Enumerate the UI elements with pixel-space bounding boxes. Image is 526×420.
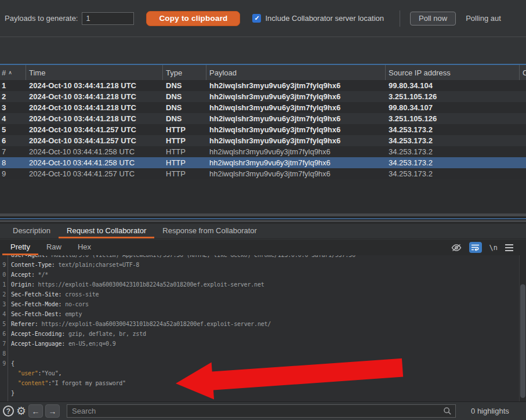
- detail-tabbar: Description Request to Collaborator Resp…: [0, 224, 526, 239]
- panel-splitter[interactable]: [0, 211, 526, 224]
- cell-payload: hh2iwqlshr3myu9vu6y3jtm7fylq9hx6: [206, 158, 386, 167]
- subtab-raw[interactable]: Raw: [38, 240, 70, 255]
- word-wrap-icon[interactable]: [469, 242, 482, 253]
- subtab-pretty[interactable]: Pretty: [2, 240, 38, 255]
- column-number-label: #: [2, 68, 6, 77]
- cell-num: 1: [0, 81, 26, 90]
- column-header-comment[interactable]: C: [520, 65, 526, 80]
- tab-response-from-collaborator[interactable]: Response from Collaborator: [154, 224, 265, 238]
- show-newlines-icon[interactable]: \n: [489, 244, 498, 252]
- line-number: 5: [0, 319, 8, 329]
- cell-time: 2024-Oct-10 03:44:41.218 UTC: [26, 92, 163, 101]
- cell-payload: hh2iwqlshr3myu9vu6y3jtm7fylq9hx6: [206, 147, 386, 156]
- tab-request-to-collaborator[interactable]: Request to Collaborator: [59, 224, 154, 238]
- cell-type: DNS: [163, 103, 206, 112]
- payloads-count-input[interactable]: [82, 12, 134, 25]
- poll-now-button[interactable]: Poll now: [410, 12, 456, 26]
- column-header-payload[interactable]: Payload: [206, 65, 386, 80]
- cell-time: 2024-Oct-10 03:44:41.257 UTC: [26, 169, 163, 178]
- checkbox-checked-icon[interactable]: ✓: [252, 14, 261, 23]
- top-toolbar: Payloads to generate: Copy to clipboard …: [0, 0, 526, 37]
- column-header-number[interactable]: # ∧: [0, 65, 26, 80]
- cell-payload: hh2iwqlshr3myu9vu6y3jtm7fylq9hx6: [206, 136, 386, 145]
- search-statusbar: ? ⚙ ← → 0 highlights: [0, 401, 526, 420]
- editor-scrollbar-track[interactable]: [519, 255, 526, 401]
- cell-num: 2: [0, 92, 26, 101]
- request-line: 4Sec-Fetch-Dest: empty: [0, 309, 519, 319]
- cell-time: 2024-Oct-10 03:44:41.218 UTC: [26, 114, 163, 123]
- request-line: 1Origin: https://exploit-0aa600300423101…: [0, 280, 519, 289]
- request-line: 9{: [0, 359, 519, 368]
- cell-payload: hh2iwqlshr3myu9vu6y3jtm7fylq9hx6: [206, 92, 386, 101]
- table-row[interactable]: 52024-Oct-10 03:44:41.257 UTCHTTPhh2iwql…: [0, 124, 526, 135]
- request-line: 9Content-Type: text/plain;charset=UTF-8: [0, 260, 519, 270]
- cell-ip: 34.253.173.2: [386, 125, 520, 134]
- column-header-source-ip[interactable]: Source IP address: [386, 65, 520, 80]
- request-line: 5Referer: https://exploit-0aa60030042310…: [0, 319, 519, 329]
- table-row[interactable]: 22024-Oct-10 03:44:41.218 UTCDNShh2iwqls…: [0, 91, 526, 102]
- request-lines[interactable]: User-Agent: Mozilla/5.0 (Victim) AppleWe…: [0, 255, 519, 401]
- request-line: }: [0, 388, 519, 398]
- cell-type: HTTP: [163, 169, 206, 178]
- table-row[interactable]: 62024-Oct-10 03:44:41.257 UTCHTTPhh2iwql…: [0, 135, 526, 146]
- request-line: User-Agent: Mozilla/5.0 (Victim) AppleWe…: [0, 255, 519, 260]
- copy-to-clipboard-button[interactable]: Copy to clipboard: [146, 11, 240, 26]
- table-row[interactable]: 42024-Oct-10 03:44:41.218 UTCDNShh2iwqls…: [0, 113, 526, 124]
- column-header-type[interactable]: Type: [163, 65, 206, 80]
- table-row[interactable]: 92024-Oct-10 03:44:41.257 UTCHTTPhh2iwql…: [0, 168, 526, 179]
- toolbar-separator: [400, 10, 400, 27]
- search-next-button[interactable]: →: [45, 404, 60, 418]
- line-number: [0, 368, 8, 378]
- line-number: [0, 378, 8, 388]
- cell-time: 2024-Oct-10 03:44:41.258 UTC: [26, 147, 163, 156]
- include-location-label: Include Collaborator server location: [265, 14, 384, 23]
- cell-type: HTTP: [163, 136, 206, 145]
- cell-payload: hh2iwqlshr3myu9vu6y3jtm7fylq9hx6: [206, 169, 386, 178]
- subtab-hex[interactable]: Hex: [70, 240, 99, 255]
- editor-scrollbar-thumb[interactable]: [520, 284, 525, 398]
- cell-num: 4: [0, 114, 26, 123]
- line-number: 2: [0, 289, 8, 299]
- collaborator-window: Payloads to generate: Copy to clipboard …: [0, 0, 526, 420]
- request-line: 7Accept-Language: en-US,en;q=0.9: [0, 339, 519, 349]
- cell-type: DNS: [163, 114, 206, 123]
- search-box: [67, 404, 456, 418]
- editor-menu-icon[interactable]: [505, 244, 513, 251]
- cell-ip: 34.253.173.2: [386, 169, 520, 178]
- cell-type: HTTP: [163, 125, 206, 134]
- table-row[interactable]: 72024-Oct-10 03:44:41.258 UTCHTTPhh2iwql…: [0, 146, 526, 157]
- table-row[interactable]: 12024-Oct-10 03:44:41.218 UTCDNShh2iwqls…: [0, 80, 526, 91]
- table-row[interactable]: 32024-Oct-10 03:44:41.218 UTCDNShh2iwqls…: [0, 102, 526, 113]
- cell-type: DNS: [163, 92, 206, 101]
- line-number: 1: [0, 280, 8, 289]
- gear-icon[interactable]: ⚙: [16, 405, 26, 417]
- request-line: "user":"You",: [0, 368, 519, 378]
- cell-num: 8: [0, 158, 26, 167]
- search-icon: [443, 407, 452, 418]
- cell-ip: 34.253.173.2: [386, 158, 520, 167]
- polling-status-text: Polling aut: [466, 14, 501, 23]
- cell-payload: hh2iwqlshr3myu9vu6y3jtm7fylq9hx6: [206, 125, 386, 134]
- cell-num: 9: [0, 169, 26, 178]
- payloads-label: Payloads to generate:: [5, 14, 78, 23]
- cell-time: 2024-Oct-10 03:44:41.218 UTC: [26, 103, 163, 112]
- help-icon[interactable]: ?: [3, 405, 14, 417]
- column-header-time[interactable]: Time: [26, 65, 163, 80]
- search-input[interactable]: [67, 407, 455, 415]
- highlights-count: 0 highlights: [471, 407, 509, 415]
- include-location-checkbox-group[interactable]: ✓ Include Collaborator server location: [252, 14, 384, 23]
- editor-icon-group: \n: [451, 240, 526, 255]
- line-number: 4: [0, 309, 8, 319]
- cell-num: 3: [0, 103, 26, 112]
- line-number: [0, 255, 8, 260]
- line-number: 7: [0, 339, 8, 349]
- tab-description[interactable]: Description: [5, 224, 59, 238]
- hide-nonprintable-icon[interactable]: [451, 244, 462, 252]
- cell-time: 2024-Oct-10 03:44:41.257 UTC: [26, 136, 163, 145]
- cell-num: 7: [0, 147, 26, 156]
- table-row[interactable]: 82024-Oct-10 03:44:41.258 UTCHTTPhh2iwql…: [0, 157, 526, 168]
- search-prev-button[interactable]: ←: [28, 404, 43, 418]
- cell-payload: hh2iwqlshr3myu9vu6y3jtm7fylq9hx6: [206, 114, 386, 123]
- request-line: 6Accept-Encoding: gzip, deflate, br, zst…: [0, 329, 519, 339]
- cell-ip: 34.253.173.2: [386, 136, 520, 145]
